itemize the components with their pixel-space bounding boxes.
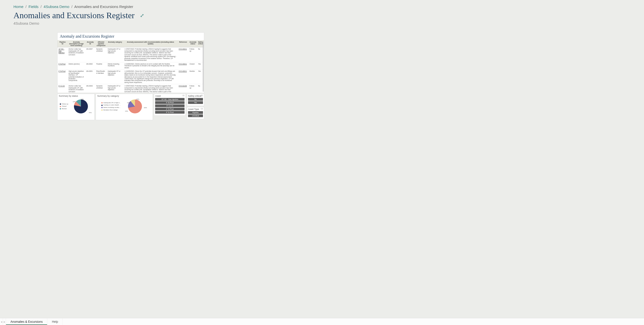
cell-assess: >>16/09/2021: Debris (anchor) is not in … — [123, 62, 178, 69]
legend-cp: Inadequate CP or high a… — [103, 102, 121, 104]
cell-ref[interactable]: XYZ-43211 — [178, 62, 188, 69]
cell-cat: Inadequate CP or high anode depletion — [107, 70, 124, 84]
cell-pipeline-id[interactable]: 10" B2 - Gas Injection — [58, 47, 68, 62]
col-description[interactable]: Anomaly description (a high level summar… — [68, 40, 85, 47]
legend-followup: Follow-up — [62, 103, 68, 105]
cell-desc: Anchor collar has inadequate CP, with ev… — [68, 84, 85, 93]
breadcrumb-sep: / — [72, 5, 72, 9]
table-row[interactable]: 6" C1 GIAnchor collar has inadequate CP,… — [58, 84, 204, 93]
register-panel: Anomaly and Excursions Register Pipeline… — [57, 33, 204, 93]
legend-closed: Closed — [62, 105, 66, 108]
asset-filter-item[interactable]: 6" D-Prod — [155, 108, 184, 110]
col-reference[interactable]: Reference — [178, 40, 188, 47]
safety-filter: ⌫ Safety critical NoYes — [187, 94, 204, 106]
category-pie-chart[interactable]: 13% 13% 13% 63% — [122, 98, 148, 115]
cell-status: Follow-up — [188, 84, 197, 93]
asset-type-filter-item[interactable]: Pipeline — [188, 111, 203, 114]
table-row[interactable]: 6" B-ProdDebris (anchor)AN-0002FlowlineD… — [58, 62, 204, 69]
cell-desc: Debris (anchor) — [68, 62, 85, 69]
col-status[interactable]: Anomaly status — [188, 40, 197, 47]
cell-pipeline-id[interactable]: 6" B-Prod — [58, 70, 68, 84]
panel-title: Anomaly and Excursions Register — [58, 33, 204, 40]
pie-label: 13% — [125, 110, 128, 112]
table-row[interactable]: 10" B2 - Gas InjectionAnchor collar has … — [58, 47, 204, 62]
status-pie-chart[interactable]: 13% 13% 75% — [70, 98, 92, 115]
cell-status: Monitor — [188, 70, 197, 84]
safety-filter-item[interactable]: Yes — [188, 101, 203, 104]
safety-filter-item[interactable]: No — [188, 98, 203, 101]
legend-deviation: Deviation from design — [103, 109, 118, 111]
col-anomaly-id[interactable]: Anomaly ID — [85, 40, 95, 47]
col-assessment[interactable]: Anomaly assessment with recommendation (… — [123, 40, 178, 47]
category-legend: Inadequate CP or high a… Coating or oute… — [101, 102, 121, 111]
cell-assess: >>16/09/2021: Since the CP potential sho… — [123, 70, 178, 84]
cell-assess: >>25/07/2022: Potential reading (-552mV … — [123, 84, 178, 93]
cell-ref[interactable]: XYZ-01234 — [178, 84, 188, 93]
asset-filter-item[interactable]: 10" B2 - Gas Injection — [155, 98, 184, 101]
summary-category-title: Summary by category — [97, 95, 152, 97]
breadcrumb-current: Anomalies and Excursions Register — [74, 5, 133, 9]
cell-cat: Debris including munitions — [107, 62, 124, 69]
page-subtitle: 4Subsea Demo — [14, 21, 630, 26]
cell-status: Follow-up — [188, 47, 197, 62]
clear-filter-icon[interactable]: ⌫ — [200, 95, 203, 97]
clear-filter-icon[interactable]: ⌫ — [200, 108, 203, 110]
asset-filter-title: Asset — [155, 95, 184, 97]
cell-cat: Inadequate CP or high anode depletion — [107, 47, 124, 62]
cell-ref[interactable]: XYZ-43211 — [178, 47, 188, 62]
table-scroll[interactable]: Pipeline ID Anomaly description (a high … — [58, 40, 204, 93]
asset-filter-item[interactable]: 6" E-Prod — [155, 111, 184, 114]
legend-coating: Coating or outer sheath … — [103, 104, 121, 106]
table-row[interactable]: 6" B-ProdHigh anode depletion at riser/f… — [58, 70, 204, 84]
cell-aid: AN-0007 — [85, 47, 95, 62]
page-title: Anomalies and Excursions Register — [14, 11, 134, 20]
cell-ref[interactable]: XYZ-43211 — [178, 70, 188, 84]
cell-pipeline-id[interactable]: 6" B-Prod — [58, 62, 68, 69]
scrollbar[interactable] — [203, 41, 204, 92]
anomalies-table: Pipeline ID Anomaly description (a high … — [58, 40, 204, 93]
cell-desc: Anchor collar has inadequate CP, with ev… — [68, 47, 85, 62]
pie-label: 13% — [73, 101, 76, 102]
breadcrumb-sep: / — [26, 5, 26, 9]
breadcrumb-sep: / — [40, 5, 42, 9]
cell-aid: AN-0001 — [85, 70, 95, 84]
asset-filter-item[interactable]: 6" B-Prod — [155, 101, 184, 104]
col-category[interactable]: Anomaly category — [107, 40, 124, 47]
cell-pipeline-id[interactable]: 6" C1 GI — [58, 84, 68, 93]
breadcrumb-demo[interactable]: 4Subsea Demo — [44, 5, 69, 9]
cell-desc: High anode depletion at riser/flowline i… — [68, 70, 85, 84]
pie-label: 13% — [127, 102, 130, 103]
pie-label: 75% — [89, 112, 92, 113]
asset-filter-item[interactable]: 6" C1 GI — [155, 104, 184, 107]
col-component[interactable]: Affected pipeline component — [96, 40, 107, 47]
summary-status-title: Summary by status — [59, 95, 93, 97]
cell-status: Closed — [188, 62, 197, 69]
asset-filter: ⌫ Asset 10" B2 - Gas Injection6" B-Prod6… — [154, 94, 186, 116]
pie-label: 13% — [81, 98, 84, 100]
legend-monitor: Monitor — [62, 108, 67, 110]
cell-cat: Inadequate CP or high anode depletion — [107, 84, 124, 93]
pie-label: 13% — [136, 98, 140, 100]
expand-icon[interactable]: ⤢ — [140, 13, 144, 19]
col-pipeline-id[interactable]: Pipeline ID — [58, 40, 68, 47]
asset-type-filter-item[interactable]: Umbilical — [188, 114, 203, 117]
breadcrumb: Home / Fields / 4Subsea Demo / Anomalies… — [14, 5, 630, 9]
asset-type-filter: ⌫ Asset Type PipelineUmbilical — [187, 107, 204, 119]
pie-label: 63% — [144, 107, 147, 108]
summary-category-card: Summary by category Inadequate CP or hig… — [96, 94, 153, 120]
breadcrumb-home[interactable]: Home — [14, 5, 24, 9]
cell-assess: >>25/07/2022: Potential reading (-583mV … — [123, 47, 178, 62]
cell-comp: Dynamic umbilical — [96, 47, 107, 62]
status-legend: Follow-up Closed Monitor — [60, 103, 68, 110]
cell-comp: Dynamic umbilical — [96, 84, 107, 93]
cell-aid: AN-0003 — [85, 84, 95, 93]
cell-comp: Riser/flowline interface — [96, 70, 107, 84]
breadcrumb-fields[interactable]: Fields — [29, 5, 38, 9]
clear-filter-icon[interactable]: ⌫ — [182, 95, 184, 97]
cell-aid: AN-0002 — [85, 62, 95, 69]
cell-comp: Flowline — [96, 62, 107, 69]
legend-debris: Debris including munitio… — [103, 106, 121, 109]
summary-status-card: Summary by status Follow-up Closed Monit… — [57, 94, 95, 120]
table-header-row: Pipeline ID Anomaly description (a high … — [58, 40, 204, 47]
